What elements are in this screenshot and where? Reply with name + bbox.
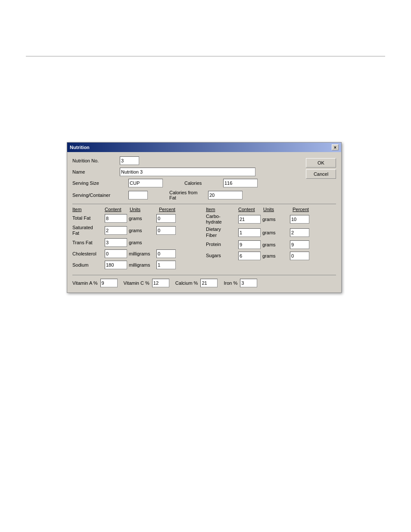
table-row: DietaryFiber grams	[206, 227, 336, 238]
carbohydrate-units: grams	[261, 217, 290, 222]
saturated-fat-percent[interactable]	[156, 226, 176, 235]
cholesterol-content[interactable]	[105, 249, 127, 258]
total-fat-units: grams	[127, 216, 156, 221]
right-nutrition-column: Carbo-hydrate grams DietaryFiber grams	[206, 214, 336, 271]
table-headers: Item Content Units Percent Item Content …	[72, 207, 336, 212]
table-row: Carbo-hydrate grams	[206, 214, 336, 225]
left-item-header: Item	[72, 207, 105, 212]
page-background: Nutrition × OK Cancel Nutrition No. Name	[0, 0, 411, 532]
dietary-fiber-content[interactable]	[238, 228, 261, 237]
name-input[interactable]	[120, 168, 255, 176]
right-headers: Item Content Units Percent	[206, 207, 336, 212]
nutrition-grid: Total Fat grams SaturatedFat grams	[72, 214, 336, 271]
nutrition-no-row: Nutrition No.	[72, 156, 336, 165]
calories-fat-input[interactable]	[208, 191, 243, 199]
sodium-units: milligrams	[127, 262, 156, 268]
cholesterol-percent[interactable]	[156, 249, 176, 258]
right-percent-header: Percent	[293, 207, 312, 212]
calories-label: Calories	[171, 180, 215, 186]
calories-fat-label: Calories from Fat	[156, 190, 199, 200]
calcium-label: Calcium %	[175, 280, 198, 286]
right-content-header: Content	[238, 207, 263, 212]
table-divider	[72, 204, 336, 204]
calcium-input[interactable]	[200, 279, 218, 287]
sugars-percent[interactable]	[290, 252, 309, 260]
calories-input[interactable]	[223, 179, 258, 187]
total-fat-content[interactable]	[105, 214, 127, 223]
iron-input[interactable]	[240, 279, 257, 287]
left-units-header: Units	[130, 207, 159, 212]
protein-percent[interactable]	[290, 240, 309, 249]
item-label: Total Fat	[72, 215, 105, 221]
vitamin-a-input[interactable]	[100, 279, 118, 287]
dialog-titlebar: Nutrition ×	[67, 143, 341, 152]
left-headers: Item Content Units Percent	[72, 207, 202, 212]
carbohydrate-percent[interactable]	[290, 215, 309, 224]
table-row: Sodium milligrams	[72, 260, 202, 270]
dialog-body: OK Cancel Nutrition No. Name Serving Siz…	[67, 152, 341, 292]
item-label: DietaryFiber	[206, 227, 238, 238]
vitamin-c-input[interactable]	[152, 279, 169, 287]
item-label: Cholesterol	[72, 251, 105, 257]
item-label: Trans Fat	[72, 240, 105, 246]
iron-label: Iron %	[224, 280, 237, 286]
vitamins-row: Vitamin A % Vitamin C % Calcium % Iron %	[72, 279, 336, 287]
table-row: Protein grams	[206, 240, 336, 249]
serving-container-label: Serving/Container	[72, 193, 120, 198]
vitamins-divider	[72, 275, 336, 275]
sugars-units: grams	[261, 253, 290, 258]
table-row: Total Fat grams	[72, 214, 202, 223]
cancel-button[interactable]: Cancel	[306, 169, 336, 179]
sugars-content[interactable]	[238, 252, 261, 260]
serving-container-row: Serving/Container Calories from Fat	[72, 190, 336, 200]
item-label: Sugars	[206, 253, 238, 258]
serving-size-input[interactable]	[128, 179, 163, 187]
table-row: Trans Fat grams	[72, 238, 202, 247]
name-label: Name	[72, 169, 120, 174]
total-fat-percent[interactable]	[156, 214, 176, 223]
top-divider	[26, 56, 385, 56]
serving-container-input[interactable]	[128, 191, 148, 199]
table-row: SaturatedFat grams	[72, 225, 202, 236]
protein-content[interactable]	[238, 240, 261, 249]
item-label: Sodium	[72, 262, 105, 268]
vitamin-a-label: Vitamin A %	[72, 280, 98, 286]
left-content-header: Content	[105, 207, 130, 212]
sodium-content[interactable]	[105, 261, 127, 269]
name-row: Name	[72, 168, 336, 176]
table-row: Sugars grams	[206, 251, 336, 261]
dietary-fiber-units: grams	[261, 230, 290, 235]
action-buttons: OK Cancel	[306, 158, 336, 179]
nutrition-no-input[interactable]	[120, 156, 139, 165]
item-label: Protein	[206, 242, 238, 247]
trans-fat-units: grams	[127, 240, 156, 245]
close-button[interactable]: ×	[332, 144, 339, 150]
serving-size-label: Serving Size	[72, 180, 120, 186]
sodium-percent[interactable]	[156, 261, 176, 269]
item-label: SaturatedFat	[72, 225, 105, 236]
nutrition-no-label: Nutrition No.	[72, 158, 120, 163]
left-nutrition-column: Total Fat grams SaturatedFat grams	[72, 214, 202, 271]
nutrition-dialog: Nutrition × OK Cancel Nutrition No. Name	[67, 142, 342, 293]
dietary-fiber-percent[interactable]	[290, 228, 309, 237]
right-units-header: Units	[263, 207, 293, 212]
vitamin-c-label: Vitamin C %	[124, 280, 149, 286]
protein-units: grams	[261, 242, 290, 247]
dialog-title: Nutrition	[70, 145, 90, 150]
serving-calories-row: Serving Size Calories	[72, 179, 336, 187]
item-label: Carbo-hydrate	[206, 214, 238, 225]
table-row: Cholesterol milligrams	[72, 249, 202, 258]
cholesterol-units: milligrams	[127, 251, 156, 256]
saturated-fat-content[interactable]	[105, 226, 127, 235]
carbohydrate-content[interactable]	[238, 215, 261, 224]
left-percent-header: Percent	[159, 207, 178, 212]
saturated-fat-units: grams	[127, 228, 156, 233]
trans-fat-content[interactable]	[105, 238, 127, 247]
right-item-header: Item	[206, 207, 238, 212]
ok-button[interactable]: OK	[306, 158, 336, 168]
